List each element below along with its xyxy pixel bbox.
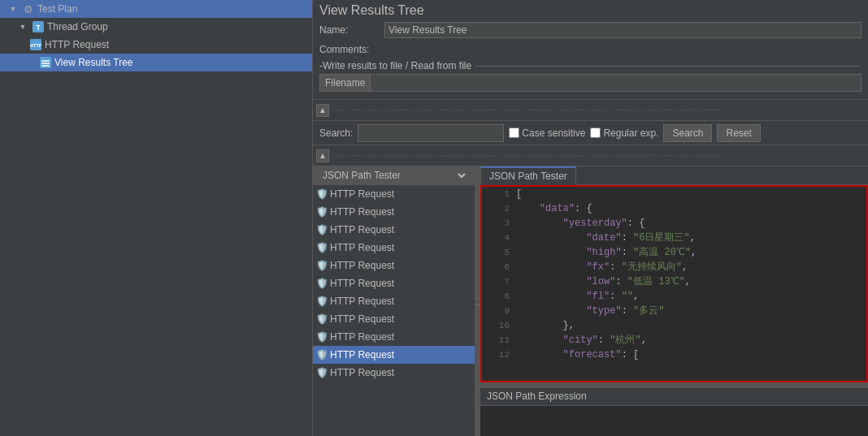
results-panel-tab[interactable]: JSON Path Tester [313, 166, 475, 185]
list-item[interactable]: 🛡️ HTTP Request [313, 310, 475, 328]
search-button[interactable]: Search [663, 124, 712, 142]
list-item[interactable]: 🛡️ HTTP Request [313, 239, 475, 257]
search-label: Search: [319, 127, 353, 139]
name-input[interactable] [384, 22, 861, 38]
sidebar-item-test-plan[interactable]: ▼ ⚙ Test Plan [0, 0, 312, 18]
results-panel: JSON Path Tester 🛡️ HTTP Request 🛡️ HTTP… [313, 166, 475, 436]
case-sensitive-checkbox[interactable] [509, 127, 519, 138]
collapse-btn-2[interactable]: ▲ [316, 149, 329, 162]
http-icon: HTTP [29, 38, 42, 51]
shield-icon: 🛡️ [316, 313, 328, 325]
sidebar-item-view-results-tree[interactable]: View Results Tree [0, 54, 312, 71]
sidebar: ▼ ⚙ Test Plan ▼ T Thread Group HTTP [0, 0, 313, 436]
line-number: 2 [485, 201, 510, 216]
json-path-panel: JSON Path Expression [480, 387, 868, 436]
shield-icon: 🛡️ [316, 242, 328, 253]
json-line: 1[ [482, 187, 866, 201]
sidebar-item-label: View Results Tree [54, 57, 133, 68]
json-text: "fx": "无持续风向", [516, 260, 688, 274]
gear-icon: ⚙ [22, 2, 35, 15]
json-line: 3 "yesterday": { [482, 216, 866, 231]
result-label: HTTP Request [330, 260, 394, 271]
json-line: 5 "high": "高温 20℃", [482, 245, 866, 260]
panel-header: View Results Tree Name: Comments: Write … [313, 0, 868, 100]
json-text: "fl": "", [516, 289, 639, 304]
results-icon [39, 56, 52, 69]
main-content: View Results Tree Name: Comments: Write … [313, 0, 868, 436]
json-line: 11 "city": "杭州", [482, 333, 866, 348]
shield-icon: 🛡️ [316, 331, 328, 343]
json-text: "high": "高温 20℃", [516, 245, 697, 260]
json-line: 10 }, [482, 318, 866, 333]
shield-icon: 🛡️ [316, 206, 328, 218]
name-row: Name: [319, 21, 861, 39]
tab-json-path-tester[interactable]: JSON Path Tester [480, 166, 576, 185]
results-list: 🛡️ HTTP Request 🛡️ HTTP Request 🛡️ HTTP … [313, 185, 475, 436]
json-text: "yesterday": { [516, 216, 644, 231]
shield-icon: 🛡️ [316, 188, 328, 200]
sidebar-tree: ▼ ⚙ Test Plan ▼ T Thread Group HTTP [0, 0, 312, 436]
list-item[interactable]: 🛡️ HTTP Request [313, 257, 475, 274]
arrow-down-icon: ▼ [7, 2, 20, 15]
case-sensitive-checkbox-label[interactable]: Case sensitive [509, 127, 585, 139]
result-label: HTTP Request [330, 206, 394, 218]
sidebar-item-http-request[interactable]: HTTP HTTP Request [0, 36, 312, 54]
filename-label: Filename [319, 74, 371, 92]
list-item[interactable]: 🛡️ HTTP Request [313, 364, 475, 382]
line-number: 5 [485, 245, 510, 260]
list-item-selected[interactable]: 🛡️ HTTP Request [313, 346, 475, 364]
line-number: 8 [485, 289, 510, 304]
json-line: 2 "data": { [482, 201, 866, 216]
arrow-down-icon-thread: ▼ [16, 20, 29, 33]
page-title: View Results Tree [319, 3, 861, 18]
comments-label: Comments: [319, 44, 384, 55]
search-input[interactable] [358, 124, 504, 142]
result-label: HTTP Request [330, 349, 394, 360]
json-line: 8 "fl": "", [482, 289, 866, 304]
json-text: "city": "杭州", [516, 333, 647, 348]
list-item[interactable]: 🛡️ HTTP Request [313, 221, 475, 239]
case-sensitive-label: Case sensitive [522, 127, 585, 139]
shield-icon: 🛡️ [316, 296, 328, 307]
shield-icon: 🛡️ [316, 367, 328, 378]
filename-input[interactable] [371, 74, 861, 92]
thread-icon: T [32, 20, 45, 33]
json-line: 6 "fx": "无持续风向", [482, 260, 866, 274]
line-number: 10 [485, 318, 510, 333]
json-text: [ [516, 187, 522, 201]
list-item[interactable]: 🛡️ HTTP Request [313, 185, 475, 203]
result-label: HTTP Request [330, 224, 394, 235]
regular-exp-checkbox-label[interactable]: Regular exp. [590, 127, 658, 139]
sidebar-item-thread-group[interactable]: ▼ T Thread Group [0, 18, 312, 36]
toolbar-row: ▲ ⋯⋯⋯⋯⋯⋯⋯⋯⋯⋯⋯⋯⋯⋯⋯⋯⋯⋯⋯⋯⋯⋯⋯⋯⋯⋯⋯⋯⋯⋯⋯⋯⋯⋯⋯⋯⋯⋯… [313, 100, 868, 121]
list-item[interactable]: 🛡️ HTTP Request [313, 292, 475, 310]
result-label: HTTP Request [330, 331, 394, 343]
line-number: 12 [485, 348, 510, 362]
regular-exp-checkbox[interactable] [590, 127, 601, 138]
json-tab: JSON Path Tester [480, 166, 868, 185]
list-item[interactable]: 🛡️ HTTP Request [313, 274, 475, 292]
resize-handle-dots: ⋯⋯⋯⋯⋯⋯⋯⋯⋯⋯⋯⋯⋯⋯⋯⋯⋯⋯⋯⋯⋯⋯⋯⋯⋯⋯⋯⋯⋯⋯⋯⋯⋯⋯⋯⋯⋯⋯⋯⋯ [332, 106, 723, 114]
line-number: 4 [485, 231, 510, 245]
svg-rect-4 [40, 57, 51, 68]
list-item[interactable]: 🛡️ HTTP Request [313, 328, 475, 346]
shield-icon: 🛡️ [316, 260, 328, 271]
json-text: "date": "6日星期三", [516, 231, 696, 245]
json-text: "forecast": [ [516, 348, 639, 362]
shield-icon: 🛡️ [316, 224, 328, 235]
dropdown-select[interactable]: JSON Path Tester [319, 169, 468, 182]
json-line: 12 "forecast": [ [482, 348, 866, 362]
result-label: HTTP Request [330, 296, 394, 307]
name-label: Name: [319, 24, 384, 36]
json-line: 9 "type": "多云" [482, 304, 866, 318]
collapse-btn[interactable]: ▲ [316, 104, 329, 117]
list-item[interactable]: 🛡️ HTTP Request [313, 203, 475, 221]
line-number: 7 [485, 274, 510, 289]
line-number: 1 [485, 187, 510, 201]
reset-button[interactable]: Reset [717, 124, 760, 142]
json-panel: JSON Path Tester 1[2 "data": {3 "yesterd… [480, 166, 868, 436]
line-number: 9 [485, 304, 510, 318]
line-number: 3 [485, 216, 510, 231]
json-path-content [480, 406, 868, 436]
line-number: 6 [485, 260, 510, 274]
